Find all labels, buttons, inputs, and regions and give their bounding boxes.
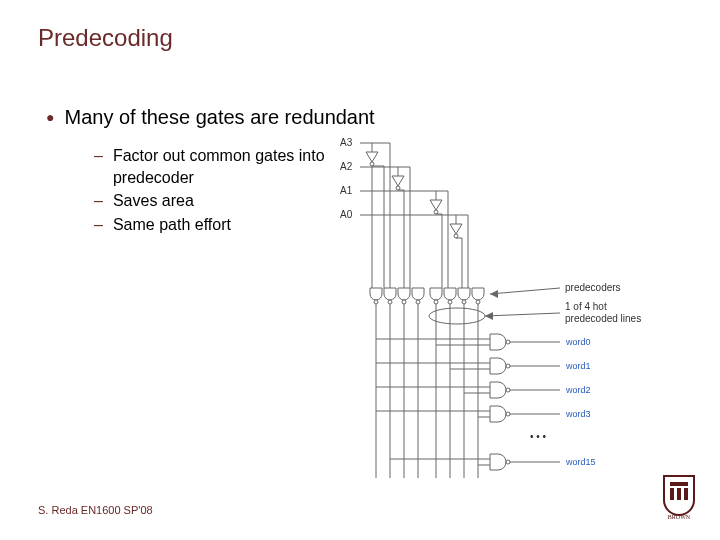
svg-point-52: [506, 340, 510, 344]
sub-bullet-list: – Factor out common gates into predecode…: [94, 145, 333, 237]
brown-logo: BROWN: [658, 472, 700, 520]
predecoder-row: [370, 288, 484, 478]
input-label: A2: [340, 161, 353, 172]
svg-point-56: [506, 364, 510, 368]
svg-point-11: [396, 186, 400, 190]
bullet-text: Many of these gates are redundant: [64, 106, 374, 128]
list-item-text: Factor out common gates into predecoder: [113, 145, 333, 188]
input-label: A1: [340, 185, 353, 196]
footer-text: S. Reda EN1600 SP'08: [38, 504, 153, 516]
input-label: A3: [340, 137, 353, 148]
word-label: word0: [565, 337, 591, 347]
bullet-marker: ●: [46, 109, 54, 125]
svg-rect-70: [670, 482, 688, 486]
svg-point-35: [462, 300, 466, 304]
svg-marker-17: [430, 200, 442, 210]
svg-line-45: [490, 288, 560, 294]
list-item: – Same path effort: [94, 214, 333, 236]
svg-point-31: [402, 300, 406, 304]
svg-point-32: [416, 300, 420, 304]
svg-point-68: [506, 460, 510, 464]
word-label: word1: [565, 361, 591, 371]
bullet-marker: –: [94, 190, 103, 212]
svg-point-30: [388, 300, 392, 304]
bullet-marker: –: [94, 214, 103, 236]
svg-rect-73: [684, 488, 688, 500]
word-label: word15: [565, 457, 596, 467]
svg-marker-46: [490, 290, 498, 298]
list-item-text: Saves area: [113, 190, 194, 212]
svg-point-29: [374, 300, 378, 304]
slide-title: Predecoding: [38, 24, 173, 52]
svg-point-18: [434, 210, 438, 214]
input-a1: A1: [340, 185, 448, 288]
svg-point-3: [370, 162, 374, 166]
svg-rect-72: [677, 488, 681, 500]
svg-point-33: [434, 300, 438, 304]
svg-marker-2: [366, 152, 378, 162]
predecoder-diagram: A3 A2 A1: [340, 138, 700, 498]
list-item: – Saves area: [94, 190, 333, 212]
hot-label-2: predecoded lines: [565, 313, 641, 324]
svg-point-34: [448, 300, 452, 304]
hot-lines-annotation: 1 of 4 hot predecoded lines: [429, 301, 641, 324]
word-label: word3: [565, 409, 591, 419]
svg-line-48: [485, 313, 560, 316]
svg-point-47: [429, 308, 485, 324]
hot-label-1: 1 of 4 hot: [565, 301, 607, 312]
ellipsis: • • •: [530, 431, 547, 442]
svg-marker-24: [450, 224, 462, 234]
svg-point-25: [454, 234, 458, 238]
bullet-marker: –: [94, 145, 103, 167]
predecoders-label: predecoders: [565, 282, 621, 293]
list-item-text: Same path effort: [113, 214, 231, 236]
predecoders-annotation: predecoders: [490, 282, 621, 298]
svg-marker-10: [392, 176, 404, 186]
list-item: – Factor out common gates into predecode…: [94, 145, 333, 188]
svg-point-64: [506, 412, 510, 416]
input-a2: A2: [340, 161, 410, 288]
svg-rect-71: [670, 488, 674, 500]
svg-point-36: [476, 300, 480, 304]
input-label: A0: [340, 209, 353, 220]
svg-marker-49: [485, 312, 493, 320]
wordlines: word0 word1 word2: [376, 334, 596, 470]
bullet-level1: ●Many of these gates are redundant: [46, 106, 375, 129]
word-label: word2: [565, 385, 591, 395]
logo-text: BROWN: [668, 514, 691, 520]
svg-point-60: [506, 388, 510, 392]
